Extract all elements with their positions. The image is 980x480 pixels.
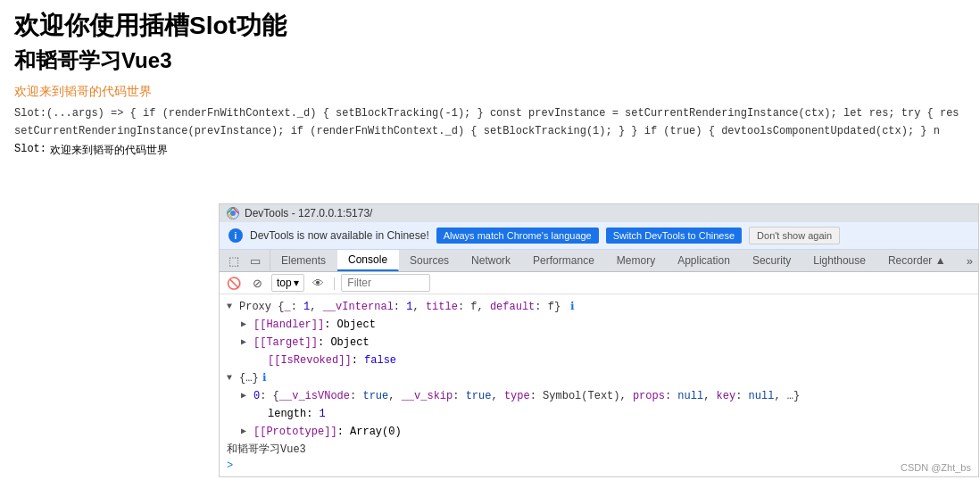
tab-network[interactable]: Network <box>461 251 522 270</box>
always-match-btn[interactable]: Always match Chrome's language <box>436 228 599 244</box>
handler-text: [[Handler]]: Object <box>253 317 376 333</box>
proxy-row: Proxy {_: 1, __vInternal: 1, title: f, d… <box>227 298 971 316</box>
tab-performance[interactable]: Performance <box>522 251 606 270</box>
devtools-url: DevTools - 127.0.0.1:5173/ <box>245 207 372 219</box>
isrevoked-row: [[IsRevoked]]: false <box>227 352 971 369</box>
handler-row: [[Handler]]: Object <box>227 316 971 334</box>
target-expand-arrow[interactable] <box>241 335 250 351</box>
slot-label: Slot: <box>14 143 46 155</box>
devtools-panel: DevTools - 127.0.0.1:5173/ i DevTools is… <box>219 203 979 477</box>
tabs: Elements Console Sources Network Perform… <box>270 250 958 271</box>
target-text: [[Target]]: Object <box>253 335 370 351</box>
tab-bar: ⬚ ▭ Elements Console Sources Network Per… <box>220 250 978 272</box>
tab-icons: ⬚ ▭ <box>220 250 270 271</box>
page-title-2: 和韬哥学习Vue3 <box>14 46 966 75</box>
array-item-text: 0: {__v_isVNode: true, __v_skip: true, t… <box>253 388 800 404</box>
prototype-row: [[Prototype]]: Array(0) <box>227 423 971 441</box>
level-label: top <box>277 277 292 289</box>
length-row: length: 1 <box>227 405 971 423</box>
main-content: 欢迎你使用插槽Slot功能 和韬哥学习Vue3 欢迎来到韬哥的代码世界 Slot… <box>0 0 980 158</box>
expand-obj-info-icon[interactable]: ℹ <box>262 370 267 386</box>
length-text: length: 1 <box>268 406 326 422</box>
tab-security[interactable]: Security <box>742 251 802 270</box>
clear-console-btn[interactable]: 🚫 <box>225 274 243 292</box>
level-chevron-icon: ▾ <box>294 277 299 289</box>
console-output: Proxy {_: 1, __vInternal: 1, title: f, d… <box>220 294 978 476</box>
welcome-text: 欢迎来到韬哥的代码世界 <box>14 84 966 100</box>
isrevoked-text: [[IsRevoked]]: false <box>268 352 396 368</box>
expand-obj-arrow[interactable] <box>227 370 236 386</box>
handler-expand-arrow[interactable] <box>241 317 250 333</box>
array-item-arrow[interactable] <box>241 388 250 404</box>
code-line-2: setCurrentRenderingInstance(prevInstance… <box>14 125 966 137</box>
watermark: CSDN @Zht_bs <box>901 462 971 473</box>
filter-btn[interactable]: ⊘ <box>248 274 266 292</box>
tab-elements[interactable]: Elements <box>270 251 337 270</box>
svg-point-1 <box>230 211 236 216</box>
page-title-1: 欢迎你使用插槽Slot功能 <box>14 9 966 43</box>
toolbar-divider: | <box>333 276 336 290</box>
tab-application[interactable]: Application <box>667 251 742 270</box>
info-message: DevTools is now available in Chinese! <box>250 229 429 242</box>
expand-obj-text: {…} <box>239 370 259 386</box>
tab-sources[interactable]: Sources <box>399 251 461 270</box>
switch-chinese-btn[interactable]: Switch DevTools to Chinese <box>606 228 742 244</box>
prototype-text: [[Prototype]]: Array(0) <box>253 424 402 440</box>
tab-lighthouse[interactable]: Lighthouse <box>802 251 877 270</box>
info-icon: i <box>228 228 243 243</box>
console-caret[interactable]: > <box>227 459 971 473</box>
devtools-header: DevTools - 127.0.0.1:5173/ <box>220 204 978 222</box>
proxy-info-icon[interactable]: ℹ <box>570 301 575 313</box>
info-bar: i DevTools is now available in Chinese! … <box>220 222 978 250</box>
console-text-line: 和韬哥学习Vue3 <box>227 441 971 459</box>
target-row: [[Target]]: Object <box>227 334 971 352</box>
filter-input[interactable] <box>341 274 430 292</box>
dont-show-btn[interactable]: Don't show again <box>749 227 840 244</box>
prototype-expand-arrow[interactable] <box>241 424 250 440</box>
more-tabs-icon[interactable]: » <box>967 254 978 268</box>
slot-line: Slot: 欢迎来到韬哥的代码世界 <box>14 143 966 158</box>
console-toolbar: 🚫 ⊘ top ▾ 👁 | <box>220 272 978 294</box>
code-line-1: Slot:(...args) => { if (renderFnWithCont… <box>14 107 966 120</box>
array-item-row: 0: {__v_isVNode: true, __v_skip: true, t… <box>227 387 971 405</box>
proxy-text: Proxy {_: 1, __vInternal: 1, title: f, d… <box>239 299 575 315</box>
device-icon[interactable]: ▭ <box>246 250 264 271</box>
expand-obj-row: {…} ℹ <box>227 369 971 387</box>
tab-recorder[interactable]: Recorder ▲ <box>877 251 958 270</box>
inspect-icon[interactable]: ⬚ <box>225 250 243 271</box>
proxy-expand-arrow[interactable] <box>227 299 236 315</box>
level-select[interactable]: top ▾ <box>271 274 304 292</box>
slot-value: 欢迎来到韬哥的代码世界 <box>50 143 168 158</box>
chrome-icon <box>227 207 239 219</box>
tab-console[interactable]: Console <box>337 250 399 271</box>
eye-icon[interactable]: 👁 <box>310 274 328 292</box>
tab-memory[interactable]: Memory <box>606 251 667 270</box>
